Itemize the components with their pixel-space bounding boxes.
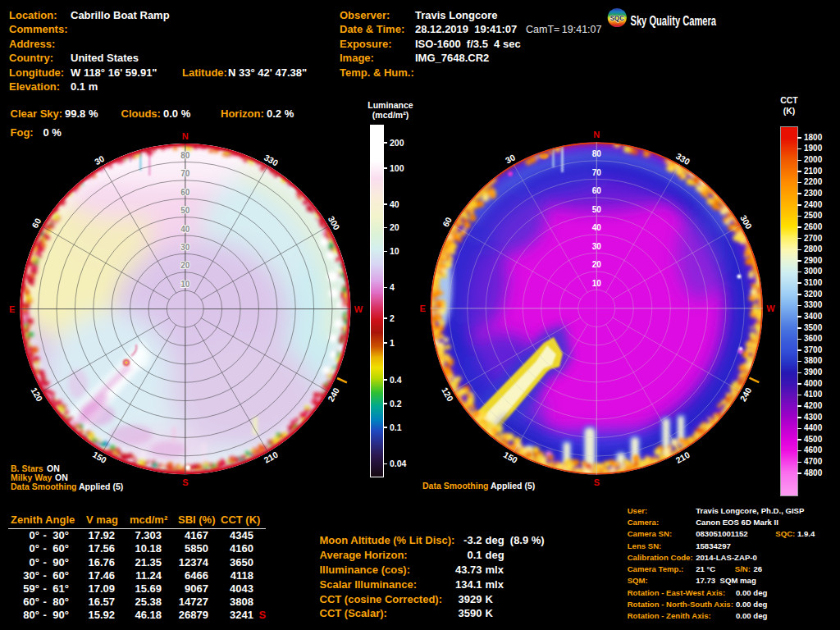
- svg-text:W: W: [354, 304, 363, 314]
- svg-text:W: W: [766, 304, 775, 313]
- svg-text:30: 30: [180, 243, 190, 252]
- svg-text:80: 80: [180, 151, 190, 160]
- svg-text:E: E: [9, 304, 15, 314]
- svg-text:40: 40: [592, 223, 602, 232]
- svg-text:Sky Quality Camera: Sky Quality Camera: [631, 13, 717, 29]
- svg-text:SQC: SQC: [610, 13, 624, 22]
- svg-text:60: 60: [592, 186, 602, 195]
- svg-text:30: 30: [592, 242, 602, 251]
- svg-text:70: 70: [180, 169, 190, 178]
- svg-text:70: 70: [592, 168, 602, 177]
- svg-text:20: 20: [592, 260, 602, 269]
- svg-text:N: N: [182, 131, 189, 141]
- svg-text:N: N: [593, 130, 600, 139]
- svg-text:10: 10: [180, 280, 190, 289]
- svg-text:50: 50: [592, 205, 602, 214]
- svg-text:S: S: [594, 477, 600, 487]
- svg-text:10: 10: [592, 279, 602, 288]
- svg-text:S: S: [182, 477, 188, 487]
- svg-text:20: 20: [180, 261, 190, 270]
- svg-text:60: 60: [30, 217, 43, 230]
- svg-text:30: 30: [504, 152, 517, 165]
- svg-text:E: E: [420, 304, 426, 313]
- svg-text:50: 50: [180, 206, 190, 215]
- svg-text:40: 40: [180, 225, 190, 234]
- svg-text:60: 60: [180, 188, 190, 197]
- svg-text:60: 60: [441, 215, 454, 228]
- svg-text:80: 80: [592, 149, 602, 158]
- svg-text:30: 30: [93, 153, 106, 167]
